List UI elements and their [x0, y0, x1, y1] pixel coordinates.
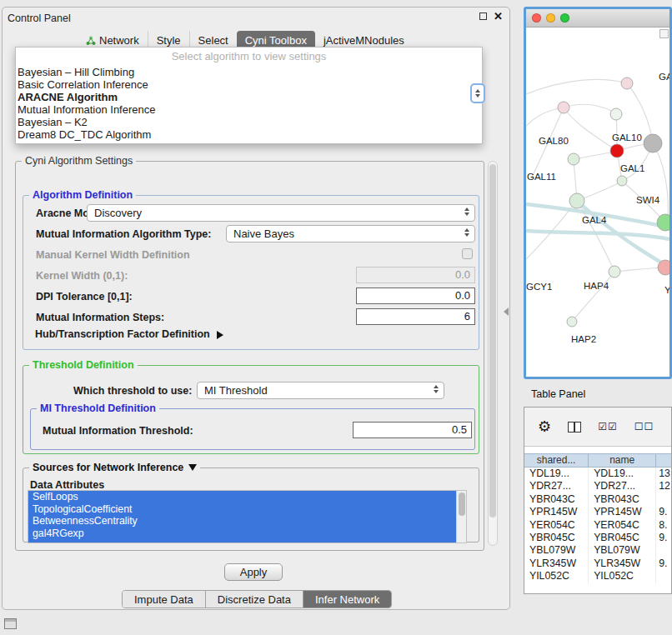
close-window-icon[interactable]: ✕ — [494, 11, 503, 22]
apply-button[interactable]: Apply — [224, 563, 283, 581]
network-node[interactable] — [567, 317, 577, 327]
network-node[interactable] — [558, 102, 569, 113]
dropdown-item[interactable]: ARACNE Algorithm — [16, 91, 482, 103]
zoom-traffic-icon[interactable] — [560, 13, 569, 22]
table-row[interactable]: YDR27...YDR27...12 — [524, 480, 671, 492]
attribute-list-item[interactable]: TopologicalCoefficient — [28, 503, 458, 516]
table-cell — [656, 570, 671, 582]
network-graph[interactable]: GAL80GAL10GAL1GAL11SWI4GAL4GCY1HAP4HAP2G… — [526, 28, 669, 377]
minimize-traffic-icon[interactable] — [546, 13, 555, 22]
dropdown-item[interactable]: Mutual Information Inference — [16, 103, 482, 116]
table-row[interactable]: YER054CYER054C8. — [524, 519, 671, 532]
manual-kernel-label: Manual Kernel Width Definition — [36, 249, 190, 261]
chevron-updown-icon — [464, 208, 469, 216]
table-cell: YDR27... — [524, 480, 589, 492]
table-row[interactable]: YBR043CYBR043C — [524, 493, 671, 506]
table-cell: 8. — [656, 519, 671, 532]
network-node-label: GAL11 — [527, 172, 556, 182]
network-node[interactable] — [610, 144, 624, 158]
threshold-definition-title: Threshold Definition — [29, 359, 138, 371]
mi-threshold-label: Mutual Information Threshold: — [43, 425, 193, 437]
panel-collapse-icon[interactable] — [504, 308, 509, 316]
algorithm-dropdown-list: Bayesian – Hill ClimbingBasic Correlatio… — [16, 66, 482, 141]
unchecked-boxes-icon[interactable]: ☐☐ — [634, 421, 654, 432]
network-node[interactable] — [657, 214, 669, 231]
table-cell: 13 — [656, 468, 671, 480]
algorithm-dropdown-popup: Select algorithm to view settings Bayesi… — [15, 47, 483, 144]
table-panel-title: Table Panel — [531, 388, 585, 400]
threshold-definition-group: Threshold Definition Which threshold to … — [23, 365, 479, 454]
network-node[interactable] — [569, 193, 584, 208]
hub-definition-label: Hub/Transcription Factor Definition — [35, 328, 210, 340]
table-cell — [656, 544, 671, 557]
close-traffic-icon[interactable] — [532, 13, 541, 22]
network-node-label: GAL10 — [612, 132, 642, 142]
network-node[interactable] — [568, 153, 579, 165]
hub-definition-toggle[interactable]: Hub/Transcription Factor Definition — [35, 328, 223, 340]
attribute-list-item[interactable]: BetweennessCentrality — [28, 515, 458, 528]
attribute-list-item[interactable]: SelfLoops — [28, 491, 458, 503]
aracne-mode-value: Discovery — [94, 207, 142, 219]
table-cell: YBL079W — [524, 544, 589, 557]
attr-partial-row — [28, 539, 458, 543]
column-header-extra[interactable] — [656, 454, 671, 467]
table-cell: YIL052C — [589, 570, 656, 582]
control-panel-title: Control Panel — [8, 12, 71, 24]
attribute-list-item[interactable]: gal4RGexp — [28, 528, 458, 540]
network-node[interactable] — [617, 176, 627, 186]
manual-kernel-checkbox[interactable] — [462, 248, 473, 259]
dpi-tolerance-label: DPI Tolerance [0,1]: — [36, 291, 133, 302]
table-cell: YBR045C — [524, 532, 589, 544]
table-panel-window: ⚙ ☑☑ ☐☐ shared... name YDL19...YDL19...1… — [524, 407, 672, 594]
tab-discretize-data[interactable]: Discretize Data — [205, 591, 303, 608]
table-cell: YBR043C — [589, 493, 656, 506]
table-row[interactable]: YDL19...YDL19...13 — [524, 468, 671, 480]
column-header-name[interactable]: name — [589, 454, 656, 467]
collapsed-panel-icon[interactable] — [4, 618, 17, 629]
mi-type-select[interactable]: Naive Bayes — [226, 225, 475, 242]
dropdown-item[interactable]: Bayesian – K2 — [16, 116, 482, 128]
list-scrollbar[interactable] — [456, 491, 466, 542]
data-attributes-label: Data Attributes — [30, 479, 104, 491]
checked-boxes-icon[interactable]: ☑☑ — [598, 421, 618, 432]
table-cell: YER054C — [589, 519, 656, 532]
settings-scrollbar[interactable] — [488, 161, 498, 546]
mi-threshold-group: MI Threshold Definition Mutual Informati… — [30, 408, 475, 450]
tab-infer-network[interactable]: Infer Network — [303, 591, 391, 608]
network-node-label: GAL80 — [539, 136, 569, 146]
mi-threshold-field[interactable]: 0.5 — [353, 422, 472, 438]
network-node-label: GAL1 — [620, 163, 644, 173]
combo-stepper-icon[interactable] — [470, 83, 485, 103]
table-row[interactable]: YBL079WYBL079W — [524, 544, 671, 557]
sources-toggle[interactable]: Sources for Network Inference — [29, 462, 200, 473]
columns-icon[interactable] — [568, 422, 581, 432]
dropdown-item[interactable]: Dream8 DC_TDC Algorithm — [16, 128, 482, 141]
tab-impute-data[interactable]: Impute Data — [123, 591, 205, 608]
table-cell: YBR045C — [589, 532, 656, 544]
network-window-titlebar[interactable] — [526, 9, 669, 28]
dpi-tolerance-field[interactable]: 0.0 — [356, 288, 475, 304]
column-header-shared[interactable]: shared... — [524, 454, 589, 467]
which-threshold-select[interactable]: MI Threshold — [197, 382, 444, 399]
network-node[interactable] — [658, 260, 669, 275]
table-row[interactable]: YBR045CYBR045C9. — [524, 532, 671, 544]
kernel-width-field[interactable]: 0.0 — [356, 267, 475, 283]
table-cell: 12 — [656, 480, 671, 492]
dropdown-item[interactable]: Bayesian – Hill Climbing — [16, 66, 482, 78]
aracne-mode-select[interactable]: Discovery — [87, 204, 475, 222]
table-row[interactable]: YIL052CYIL052C — [524, 570, 671, 582]
network-node[interactable] — [621, 78, 633, 89]
network-node[interactable] — [644, 134, 662, 152]
control-panel-window: Control Panel ✕ Network Style Select Cyn… — [2, 7, 510, 610]
table-row[interactable]: YLR345WYLR345W9. — [524, 558, 671, 570]
which-threshold-label: Which threshold to use: — [73, 385, 192, 397]
table-row[interactable]: YPR145WYPR145W9. — [524, 506, 671, 518]
collapse-down-icon — [188, 464, 197, 471]
gear-icon[interactable]: ⚙ — [538, 419, 551, 434]
network-node[interactable] — [610, 108, 622, 120]
network-node[interactable] — [609, 266, 620, 278]
dropdown-item[interactable]: Basic Correlation Inference — [16, 78, 482, 91]
mi-steps-field[interactable]: 6 — [356, 308, 475, 325]
restore-window-icon[interactable] — [479, 12, 487, 20]
table-cell: YDR27... — [589, 480, 656, 492]
